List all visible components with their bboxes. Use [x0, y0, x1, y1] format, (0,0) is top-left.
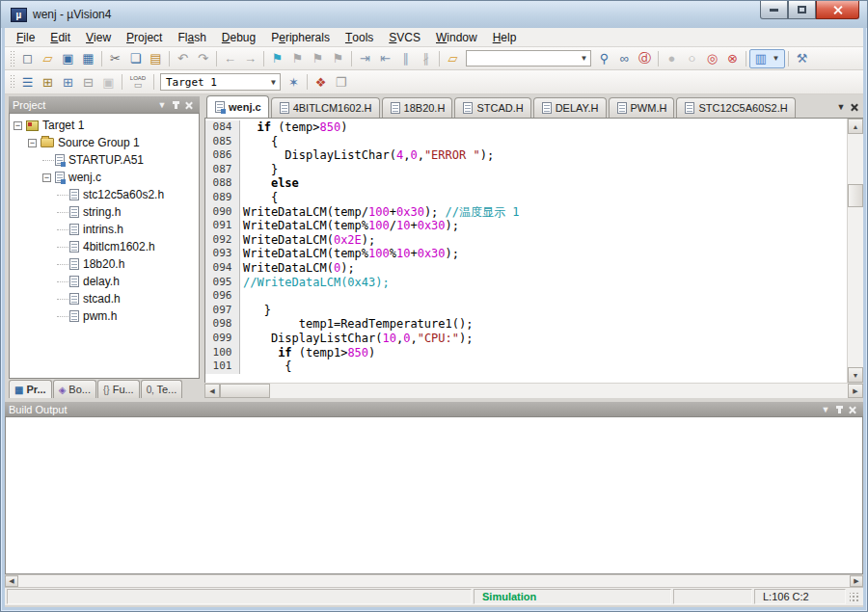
incremental-find-icon[interactable]: ⓓ [635, 49, 655, 68]
menu-edit[interactable]: Edit [42, 28, 78, 46]
indent-icon[interactable]: ⇥ [355, 49, 375, 68]
stop-build-icon[interactable]: ▣ [98, 72, 119, 92]
menu-help[interactable]: Help [485, 28, 525, 46]
undo-icon[interactable]: ↶ [173, 49, 193, 68]
scroll-right-button[interactable] [848, 384, 863, 398]
new-file-icon[interactable]: ◻ [17, 49, 38, 68]
editor-tab-stcad-h[interactable]: STCAD.H [454, 97, 530, 118]
menu-file[interactable]: File [9, 28, 42, 46]
find-in-files-icon[interactable]: ⚲ [594, 49, 614, 68]
tree-item-startup-a51[interactable]: STARTUP.A51 [10, 151, 199, 169]
menu-view[interactable]: View [78, 28, 119, 46]
tree-item-18b20-h[interactable]: 18b20.h [10, 255, 199, 273]
scroll-left-button[interactable] [5, 575, 18, 587]
tree-expander-icon[interactable] [28, 139, 37, 147]
options-for-target-icon[interactable]: ✶ [284, 72, 304, 92]
tab-close-button[interactable] [848, 100, 861, 113]
scroll-up-button[interactable] [848, 119, 863, 134]
tree-item-stc12c5a60s2-h[interactable]: stc12c5a60s2.h [10, 186, 199, 203]
tree-item-4bitlcm1602-h[interactable]: 4bitlcm1602.h [10, 238, 199, 255]
editor-tab-wenj-c[interactable]: wenj.c [206, 95, 269, 118]
editor-tab-18b20-h[interactable]: 18B20.H [382, 97, 453, 118]
menu-tools[interactable]: Tools [338, 28, 381, 46]
scroll-left-button[interactable] [204, 384, 220, 398]
tree-item-string-h[interactable]: string.h [10, 203, 199, 221]
search-box[interactable] [467, 51, 578, 66]
scroll-down-button[interactable] [848, 367, 863, 383]
menu-flash[interactable]: Flash [170, 28, 213, 46]
batch-build-icon[interactable]: ⊟ [78, 72, 98, 92]
panel-close-button[interactable] [846, 403, 859, 415]
horizontal-scroll-thumb[interactable] [220, 384, 270, 398]
editor-tab-pwm-h[interactable]: PWM.H [609, 97, 675, 118]
paste-icon[interactable]: ▤ [146, 49, 166, 68]
tree-item-delay-h[interactable]: delay.h [10, 273, 199, 290]
target-select[interactable]: Target 1▼ [160, 73, 281, 91]
tree-item-stcad-h[interactable]: stcad.h [10, 290, 199, 307]
menu-project[interactable]: Project [119, 28, 170, 46]
find-binoculars-icon[interactable]: ∞ [614, 49, 635, 68]
bookmark-toggle-icon[interactable]: ⚑ [267, 49, 287, 68]
project-windows-icon[interactable]: ❐ [331, 72, 351, 92]
menu-svcs[interactable]: SVCS [381, 28, 428, 46]
vertical-scroll-thumb[interactable] [848, 184, 863, 207]
tree-item-wenj-c[interactable]: wenj.c [10, 169, 199, 186]
disable-all-breakpoints-icon[interactable]: ◎ [702, 49, 722, 68]
editor-tab-delay-h[interactable]: DELAY.H [533, 97, 607, 118]
panel-tab-project[interactable]: ▦Pr... [9, 380, 52, 398]
open-folder-icon[interactable]: ▱ [38, 49, 58, 68]
dropdown-arrow-icon[interactable]: ▼ [578, 54, 590, 63]
panel-tab-templates[interactable]: 0‚Te... [141, 380, 183, 398]
save-all-icon[interactable]: ▦ [78, 49, 98, 68]
editor-tab-4bitlcm1602-h[interactable]: 4BITLCM1602.H [271, 97, 380, 118]
tree-item-pwm-h[interactable]: pwm.h [10, 307, 199, 325]
menu-peripherals[interactable]: Peripherals [263, 28, 338, 46]
manage-components-icon[interactable]: ❖ [311, 72, 331, 92]
insert-breakpoint-icon[interactable]: ● [662, 49, 682, 68]
bookmark-next-icon[interactable]: ⚑ [308, 49, 328, 68]
menu-window[interactable]: Window [428, 28, 485, 46]
code-editor[interactable]: 084 if (temp>850)085 {086 DisplayListCha… [204, 119, 847, 383]
rebuild-all-icon[interactable]: ⊞ [58, 72, 78, 92]
cut-icon[interactable]: ✂ [105, 49, 125, 68]
panel-tab-books[interactable]: ◈Bo... [53, 380, 96, 398]
configuration-wrench-icon[interactable]: ⚒ [792, 49, 812, 68]
comment-selection-icon[interactable]: ∥ [395, 49, 416, 68]
tree-item-target-1[interactable]: Target 1 [10, 117, 199, 134]
find-in-files-folder-icon[interactable]: ▱ [443, 49, 463, 68]
navigate-back-icon[interactable]: ← [220, 49, 240, 68]
scroll-right-button[interactable] [850, 575, 863, 587]
bookmark-clear-all-icon[interactable]: ⚑ [328, 49, 348, 68]
uncomment-selection-icon[interactable]: ∦ [416, 49, 436, 68]
debug-windows-button[interactable]: ▥▼ [749, 49, 785, 68]
panel-dropdown-button[interactable]: ▼ [155, 98, 169, 111]
copy-icon[interactable]: ❏ [125, 49, 146, 68]
editor-tab-stc12c5a60s2-h[interactable]: STC12C5A60S2.H [676, 97, 795, 118]
navigate-forward-icon[interactable]: → [240, 49, 260, 68]
panel-pin-button[interactable] [832, 403, 846, 415]
enable-breakpoint-icon[interactable]: ○ [682, 49, 702, 68]
panel-dropdown-button[interactable]: ▼ [819, 403, 832, 415]
close-button[interactable] [816, 1, 859, 19]
toolbar-grip[interactable] [10, 74, 14, 91]
save-icon[interactable]: ▣ [58, 49, 78, 68]
tree-item-intrins-h[interactable]: intrins.h [10, 221, 199, 238]
minimize-button[interactable] [760, 1, 788, 19]
tree-expander-icon[interactable] [14, 121, 22, 130]
bookmark-previous-icon[interactable]: ⚑ [287, 49, 308, 68]
tree-expander-icon[interactable] [42, 173, 51, 182]
resize-grip[interactable] [848, 589, 861, 604]
menu-debug[interactable]: Debug [214, 28, 263, 46]
redo-icon[interactable]: ↷ [193, 49, 213, 68]
panel-close-button[interactable] [182, 98, 196, 111]
tree-item-source-group-1[interactable]: Source Group 1 [10, 134, 199, 151]
tab-list-dropdown-button[interactable]: ▼ [834, 100, 848, 113]
panel-tab-functions[interactable]: {}Fu... [97, 380, 140, 398]
panel-pin-button[interactable] [169, 98, 182, 111]
unindent-icon[interactable]: ⇤ [375, 49, 395, 68]
dropdown-arrow-icon[interactable]: ▼ [267, 78, 280, 87]
kill-all-breakpoints-icon[interactable]: ⊗ [722, 49, 743, 68]
toolbar-grip[interactable] [10, 50, 14, 66]
translate-file-icon[interactable]: ☰ [17, 72, 38, 92]
build-target-icon[interactable]: ⊞ [38, 72, 58, 92]
